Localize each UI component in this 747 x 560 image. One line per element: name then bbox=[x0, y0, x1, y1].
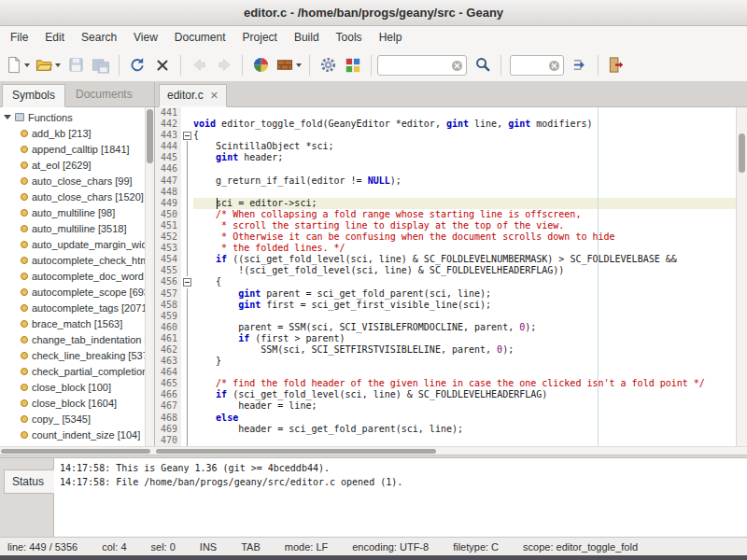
symbol-item[interactable]: change_tab_indentation [5210] bbox=[0, 331, 145, 347]
fold-collapse-icon[interactable] bbox=[183, 132, 191, 140]
code-line[interactable]: 459 bbox=[155, 311, 736, 322]
menu-view[interactable]: View bbox=[125, 28, 166, 47]
editor-scrollbar-thumb[interactable] bbox=[739, 133, 745, 173]
code-line[interactable]: 462 SSM(sci, SCI_SETFIRSTVISIBLELINE, pa… bbox=[155, 344, 736, 356]
code-text[interactable]: if (first > parent) bbox=[193, 333, 736, 344]
tab-status[interactable]: Status bbox=[4, 469, 54, 494]
color-chooser-button[interactable] bbox=[341, 52, 365, 78]
code-text[interactable]: header = sci_get_fold_parent(sci, line); bbox=[193, 424, 736, 435]
save-button[interactable] bbox=[63, 52, 88, 78]
symbol-item[interactable]: auto_multiline [98] bbox=[0, 204, 145, 220]
tab-documents[interactable]: Documents bbox=[65, 83, 143, 106]
open-file-button[interactable] bbox=[33, 52, 63, 78]
fold-margin[interactable] bbox=[181, 276, 193, 287]
code-line[interactable]: 466 if (sci_get_fold_level(sci, line) & … bbox=[155, 389, 736, 400]
menu-file[interactable]: File bbox=[2, 28, 36, 47]
code-line[interactable]: 441 bbox=[155, 107, 736, 119]
menu-tools[interactable]: Tools bbox=[328, 28, 371, 47]
dropdown-arrow-icon[interactable] bbox=[24, 63, 30, 67]
code-line[interactable]: 451 * scroll the starting line to displa… bbox=[155, 220, 736, 231]
code-line[interactable]: 455 !(sci_get_fold_level(sci, line) & SC… bbox=[155, 265, 736, 276]
tab-close-icon[interactable]: ✕ bbox=[210, 91, 218, 100]
code-line[interactable]: 465 /* find the fold header of the given… bbox=[155, 378, 736, 389]
code-text[interactable]: gint first = sci_get_first_visible_line(… bbox=[193, 300, 736, 311]
symbol-item[interactable]: count_indent_size [104] bbox=[0, 427, 145, 442]
tab-editor-c[interactable]: editor.c ✕ bbox=[159, 84, 227, 107]
code-line[interactable]: 447 g_return_if_fail(editor != NULL); bbox=[155, 175, 736, 187]
code-line[interactable]: 467 header = line; bbox=[155, 400, 736, 412]
code-line[interactable]: 458 gint first = sci_get_first_visible_l… bbox=[155, 300, 736, 311]
code-text[interactable] bbox=[193, 435, 736, 446]
code-text[interactable]: * the folded lines. */ bbox=[193, 243, 736, 254]
symbol-item[interactable]: brace_match [1563] bbox=[0, 315, 145, 331]
code-line[interactable]: 463 } bbox=[155, 356, 736, 367]
code-line[interactable]: 457 gint parent = sci_get_fold_parent(sc… bbox=[155, 288, 736, 300]
code-line[interactable]: 442void editor_toggle_fold(GeanyEditor *… bbox=[155, 119, 736, 130]
tree-root-functions[interactable]: Functions bbox=[0, 109, 145, 125]
code-text[interactable] bbox=[193, 311, 736, 322]
code-line[interactable]: 456 { bbox=[155, 276, 736, 287]
code-text[interactable]: ScintillaObject *sci; bbox=[193, 141, 736, 152]
symbol-item[interactable]: check_line_breaking [537] bbox=[0, 347, 145, 363]
editor-scrollbar[interactable] bbox=[736, 107, 747, 446]
revert-button[interactable] bbox=[125, 52, 149, 78]
symbol-item[interactable]: append_calltip [1841] bbox=[0, 141, 145, 157]
code-text[interactable]: gint header; bbox=[193, 152, 736, 163]
sidebar-hscrollbar-thumb[interactable] bbox=[1, 449, 150, 454]
menu-project[interactable]: Project bbox=[234, 28, 286, 47]
menu-edit[interactable]: Edit bbox=[36, 28, 73, 47]
code-text[interactable]: gint parent = sci_get_fold_parent(sci, l… bbox=[193, 288, 736, 300]
save-all-button[interactable] bbox=[89, 52, 113, 78]
quit-button[interactable] bbox=[604, 52, 628, 78]
code-text[interactable]: sci = editor->sci; bbox=[193, 198, 736, 209]
code-line[interactable]: 450 /* When collapsing a fold range whos… bbox=[155, 209, 736, 220]
code-text[interactable]: /* find the fold header of the given lin… bbox=[193, 378, 736, 389]
code-text[interactable]: header = line; bbox=[193, 400, 736, 412]
code-line[interactable]: 461 if (first > parent) bbox=[155, 333, 736, 344]
code-text[interactable]: { bbox=[193, 130, 736, 141]
menu-search[interactable]: Search bbox=[73, 28, 125, 47]
nav-forward-button[interactable] bbox=[212, 52, 236, 78]
code-text[interactable] bbox=[193, 107, 736, 119]
symbol-item[interactable]: autocomplete_tags [2071] bbox=[0, 300, 145, 315]
editor-area[interactable]: 441442void editor_toggle_fold(GeanyEdito… bbox=[155, 107, 747, 446]
menu-help[interactable]: Help bbox=[371, 28, 411, 47]
tab-symbols[interactable]: Symbols bbox=[2, 84, 65, 107]
expander-icon[interactable] bbox=[4, 115, 11, 119]
code-text[interactable] bbox=[193, 163, 736, 175]
execute-button[interactable] bbox=[316, 52, 340, 78]
symbol-item[interactable]: auto_close_chars [1520] bbox=[0, 189, 145, 204]
code-line[interactable]: 452 * Otherwise it can be confusing when… bbox=[155, 231, 736, 243]
code-text[interactable]: * Otherwise it can be confusing when the… bbox=[193, 231, 736, 243]
sidebar-hscrollbar[interactable] bbox=[0, 447, 155, 455]
code-line[interactable]: 444 ScintillaObject *sci; bbox=[155, 141, 736, 152]
symbol-item[interactable]: add_kb [213] bbox=[0, 125, 145, 141]
code-text[interactable]: if (sci_get_fold_level(sci, line) & SC_F… bbox=[193, 389, 736, 400]
code-line[interactable]: 445 gint header; bbox=[155, 152, 736, 163]
code-text[interactable] bbox=[193, 187, 736, 198]
titlebar[interactable]: editor.c - /home/ban/progs/geany/src - G… bbox=[0, 0, 747, 26]
symbol-item[interactable]: at_eol [2629] bbox=[0, 157, 145, 173]
code-line[interactable]: 469 header = sci_get_fold_parent(sci, li… bbox=[155, 424, 736, 435]
symbol-item[interactable]: close_block [1604] bbox=[0, 395, 145, 411]
code-text[interactable]: * scroll the starting line to display at… bbox=[193, 220, 736, 231]
code-text[interactable]: parent = SSM(sci, SCI_VISIBLEFROMDOCLINE… bbox=[193, 322, 736, 333]
sidebar-scrollbar[interactable] bbox=[145, 107, 154, 446]
symbol-item[interactable]: copy_ [5345] bbox=[0, 411, 145, 427]
nav-back-button[interactable] bbox=[187, 52, 211, 78]
code-text[interactable]: SSM(sci, SCI_SETFIRSTVISIBLELINE, parent… bbox=[193, 344, 736, 356]
code-text[interactable]: /* When collapsing a fold range whose st… bbox=[193, 209, 736, 220]
editor-hscrollbar[interactable] bbox=[155, 447, 747, 455]
symbol-item[interactable]: autocomplete_check_html [2180] bbox=[0, 252, 145, 268]
goto-line-button[interactable] bbox=[568, 52, 592, 78]
fold-margin[interactable] bbox=[181, 130, 193, 141]
new-file-button[interactable] bbox=[4, 52, 32, 78]
code-line[interactable]: 446 bbox=[155, 163, 736, 175]
code-line[interactable]: 460 parent = SSM(sci, SCI_VISIBLEFROMDOC… bbox=[155, 322, 736, 333]
dropdown-arrow-icon[interactable] bbox=[55, 63, 61, 67]
symbol-item[interactable]: autocomplete_scope [693] bbox=[0, 284, 145, 300]
build-button[interactable] bbox=[274, 52, 303, 78]
code-text[interactable]: } bbox=[193, 356, 736, 367]
code-line[interactable]: 449 sci = editor->sci; bbox=[155, 198, 736, 209]
code-text[interactable]: g_return_if_fail(editor != NULL); bbox=[193, 175, 736, 187]
